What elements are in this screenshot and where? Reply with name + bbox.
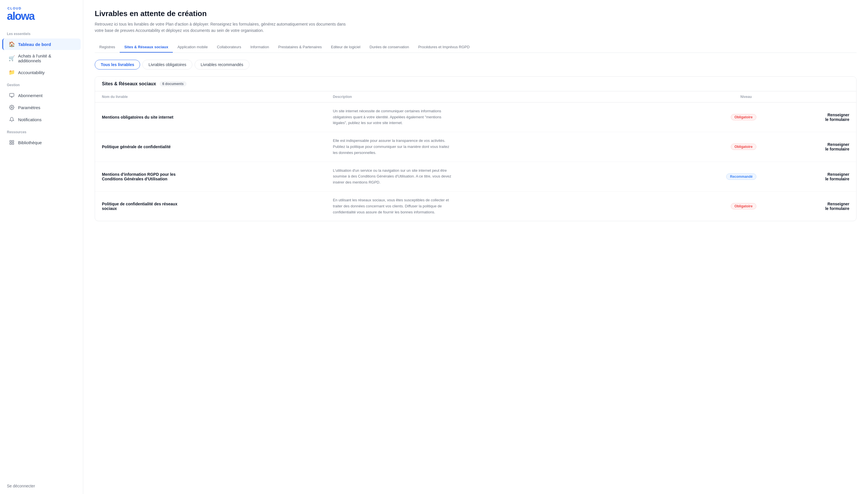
- bell-icon: [9, 117, 15, 122]
- sidebar-item-label: Achats à l'unité & additionnels: [18, 53, 75, 63]
- svg-rect-4: [12, 143, 14, 145]
- action-link[interactable]: Renseignerle formulaire: [770, 202, 849, 211]
- ressources-section-label: Ressources: [0, 126, 83, 136]
- gear-icon: [9, 104, 15, 110]
- sidebar-item-label: Abonnement: [18, 93, 42, 98]
- doc-desc: L'utilisation d'un service ou la navigat…: [333, 168, 454, 186]
- sidebar-item-bibliotheque[interactable]: Bibliothèque: [2, 137, 81, 148]
- sidebar: CLOUD alowa Les essentiels 🏠 Tableau de …: [0, 0, 83, 494]
- main-content: Livrables en attente de création Retrouv…: [83, 0, 868, 494]
- tab-collaborateurs[interactable]: Collaborateurs: [212, 42, 246, 53]
- doc-name: Mentions obligatoires du site internet: [102, 115, 182, 119]
- level-badge: Recommandé: [726, 173, 756, 180]
- svg-point-1: [11, 107, 13, 108]
- filter-tous[interactable]: Tous les livrables: [95, 60, 140, 70]
- tabs-nav: Registres Sites & Réseaux sociaux Applic…: [95, 42, 856, 53]
- tab-procedures[interactable]: Procédures et Imprévus RGPD: [414, 42, 474, 53]
- col-header-name: Nom du livrable: [95, 91, 326, 102]
- level-badge: Obligatoire: [731, 203, 756, 209]
- sidebar-item-parametres[interactable]: Paramètres: [2, 102, 81, 113]
- logo-name: alowa: [7, 11, 35, 21]
- table-row: Mentions d'information RGPD pour les Con…: [95, 162, 856, 191]
- tab-editeur[interactable]: Editeur de logiciel: [327, 42, 365, 53]
- filter-obligatoires[interactable]: Livrables obligatoires: [142, 60, 192, 70]
- tab-application-mobile[interactable]: Application mobile: [173, 42, 212, 53]
- doc-table: Nom du livrable Description Niveau Menti…: [95, 91, 856, 221]
- table-row: Politique de confidentialité des réseaux…: [95, 191, 856, 221]
- table-row: Mentions obligatoires du site internet U…: [95, 102, 856, 132]
- sidebar-item-notifications[interactable]: Notifications: [2, 114, 81, 125]
- doc-section-header: Sites & Réseaux sociaux 6 documents: [95, 77, 856, 91]
- sidebar-item-label: Accountability: [18, 70, 45, 75]
- page-title: Livrables en attente de création: [95, 9, 856, 18]
- svg-rect-3: [12, 140, 14, 142]
- sidebar-item-tableau-de-bord[interactable]: 🏠 Tableau de bord: [2, 38, 81, 50]
- doc-name: Mentions d'information RGPD pour les Con…: [102, 172, 182, 181]
- action-link[interactable]: Renseignerle formulaire: [770, 113, 849, 122]
- sidebar-item-label: Bibliothèque: [18, 140, 42, 145]
- svg-rect-2: [10, 140, 11, 142]
- doc-name: Politique de confidentialité des réseaux…: [102, 202, 182, 211]
- home-icon: 🏠: [9, 41, 15, 47]
- tab-durees[interactable]: Durées de conservation: [365, 42, 414, 53]
- filter-recommandes[interactable]: Livrables recommandés: [195, 60, 250, 70]
- subscription-icon: [9, 93, 15, 98]
- sidebar-item-accountability[interactable]: 📁 Accountability: [2, 66, 81, 78]
- svg-rect-5: [10, 143, 11, 145]
- sidebar-item-abonnement[interactable]: Abonnement: [2, 90, 81, 101]
- doc-desc: En utilisant les réseaux sociaux, vous ê…: [333, 197, 454, 215]
- logout-button[interactable]: Se déconnecter: [0, 478, 83, 494]
- doc-desc: Elle est indispensable pour assurer la t…: [333, 138, 454, 156]
- action-link[interactable]: Renseignerle formulaire: [770, 142, 849, 151]
- tab-sites-reseaux[interactable]: Sites & Réseaux sociaux: [120, 42, 173, 53]
- sidebar-item-achats[interactable]: 🛒 Achats à l'unité & additionnels: [2, 51, 81, 66]
- doc-desc: Un site internet nécessite de communique…: [333, 108, 454, 126]
- doc-section-title: Sites & Réseaux sociaux: [102, 81, 156, 87]
- table-row: Politique générale de confidentialité El…: [95, 132, 856, 162]
- logo: CLOUD alowa: [0, 0, 83, 27]
- gestion-section-label: Gestion: [0, 78, 83, 89]
- tab-prestataires[interactable]: Prestataires & Partenaires: [274, 42, 327, 53]
- action-link[interactable]: Renseignerle formulaire: [770, 172, 849, 181]
- col-header-action: [763, 91, 856, 102]
- doc-section: Sites & Réseaux sociaux 6 documents Nom …: [95, 76, 856, 222]
- col-header-description: Description: [326, 91, 656, 102]
- doc-name: Politique générale de confidentialité: [102, 145, 182, 149]
- doc-count-badge: 6 documents: [160, 81, 186, 87]
- essentials-section-label: Les essentiels: [0, 27, 83, 38]
- logo-cloud: CLOUD: [7, 7, 35, 10]
- tab-information[interactable]: Information: [246, 42, 274, 53]
- tab-registres[interactable]: Registres: [95, 42, 120, 53]
- sidebar-item-label: Paramètres: [18, 105, 40, 110]
- level-badge: Obligatoire: [731, 114, 756, 120]
- library-icon: [9, 139, 15, 145]
- sidebar-item-label: Notifications: [18, 117, 42, 122]
- col-header-level: Niveau: [656, 91, 763, 102]
- cart-icon: 🛒: [9, 55, 15, 61]
- filter-row: Tous les livrables Livrables obligatoire…: [95, 60, 856, 70]
- page-subtitle: Retrouvez ici tous les livrables de votr…: [95, 21, 353, 34]
- sidebar-item-label: Tableau de bord: [18, 42, 51, 47]
- level-badge: Obligatoire: [731, 144, 756, 150]
- svg-rect-0: [10, 93, 14, 96]
- folder-icon: 📁: [9, 70, 15, 75]
